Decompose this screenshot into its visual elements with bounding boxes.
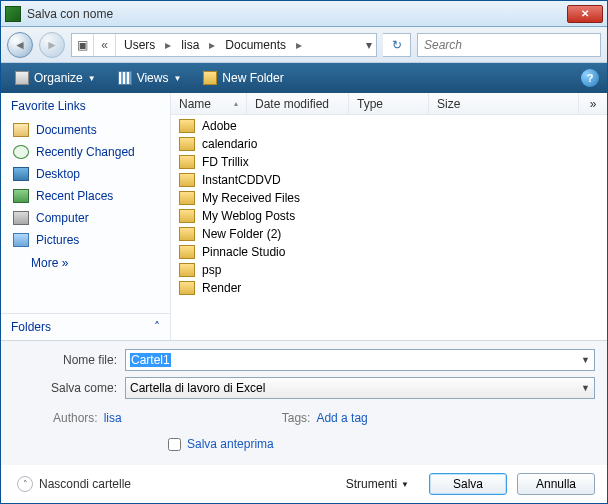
sidebar-more[interactable]: More » <box>1 251 170 275</box>
search-input[interactable] <box>417 33 601 57</box>
folder-icon <box>179 137 195 151</box>
bottom-panel: Nome file: Cartel1 ▼ Salva come: Cartell… <box>1 340 607 465</box>
excel-icon <box>5 6 21 22</box>
col-size[interactable]: Size <box>429 93 579 114</box>
save-button[interactable]: Salva <box>429 473 507 495</box>
folder-icon <box>179 155 195 169</box>
desktop-icon <box>13 167 29 181</box>
folder-name: Pinnacle Studio <box>202 245 285 259</box>
folder-name: psp <box>202 263 221 277</box>
sidebar-item-pictures[interactable]: Pictures <box>7 229 164 251</box>
breadcrumb[interactable]: ▣ « Users ▸ lisa ▸ Documents ▸ ▾ <box>71 33 377 57</box>
close-button[interactable]: ✕ <box>567 5 603 23</box>
views-button[interactable]: Views ▼ <box>112 69 188 87</box>
sidebar-item-computer[interactable]: Computer <box>7 207 164 229</box>
folder-name: New Folder (2) <box>202 227 281 241</box>
sidebar-item-documents[interactable]: Documents <box>7 119 164 141</box>
savetype-value: Cartella di lavoro di Excel <box>130 381 265 395</box>
folder-row[interactable]: Render <box>171 279 607 297</box>
thumbnail-checkbox[interactable] <box>168 438 181 451</box>
clock-icon <box>13 145 29 159</box>
folder-icon <box>179 263 195 277</box>
folder-row[interactable]: InstantCDDVD <box>171 171 607 189</box>
folder-row[interactable]: New Folder (2) <box>171 225 607 243</box>
tags-label: Tags: <box>282 411 311 425</box>
folder-row[interactable]: psp <box>171 261 607 279</box>
help-button[interactable]: ? <box>581 69 599 87</box>
tools-label: Strumenti <box>346 477 397 491</box>
col-overflow[interactable]: » <box>579 93 607 114</box>
chevron-down-icon[interactable]: ▾ <box>366 38 372 52</box>
window-title: Salva con nome <box>27 7 567 21</box>
chevron-up-icon: ˄ <box>154 320 160 334</box>
chevron-right-icon: ▸ <box>163 38 173 52</box>
folder-row[interactable]: Pinnacle Studio <box>171 243 607 261</box>
navigation-bar: ◄ ► ▣ « Users ▸ lisa ▸ Documents ▸ ▾ ↻ <box>1 27 607 63</box>
authors-value[interactable]: lisa <box>104 411 122 425</box>
footer: ˄ Nascondi cartelle Strumenti ▼ Salva An… <box>1 465 607 503</box>
sidebar-item-desktop[interactable]: Desktop <box>7 163 164 185</box>
titlebar: Salva con nome ✕ <box>1 1 607 27</box>
hide-folders-button[interactable]: ˄ Nascondi cartelle <box>17 476 131 492</box>
folder-icon <box>179 191 195 205</box>
sidebar-item-recent-places[interactable]: Recent Places <box>7 185 164 207</box>
breadcrumb-overflow[interactable]: « <box>94 34 116 56</box>
sidebar-item-recently-changed[interactable]: Recently Changed <box>7 141 164 163</box>
breadcrumb-seg-1[interactable]: lisa <box>173 34 207 56</box>
col-type[interactable]: Type <box>349 93 429 114</box>
savetype-label: Salva come: <box>13 381 125 395</box>
organize-button[interactable]: Organize ▼ <box>9 69 102 87</box>
sidebar-item-label: Pictures <box>36 233 79 247</box>
sidebar-folders-toggle[interactable]: Folders ˄ <box>1 313 170 340</box>
filename-label: Nome file: <box>13 353 125 367</box>
savetype-dropdown[interactable]: Cartella di lavoro di Excel ▼ <box>125 377 595 399</box>
breadcrumb-seg-0[interactable]: Users <box>116 34 163 56</box>
organize-icon <box>15 71 29 85</box>
organize-label: Organize <box>34 71 83 85</box>
folder-name: InstantCDDVD <box>202 173 281 187</box>
new-folder-label: New Folder <box>222 71 283 85</box>
folder-icon <box>179 173 195 187</box>
sidebar-header: Favorite Links <box>1 93 170 119</box>
chevron-down-icon: ▼ <box>401 480 409 489</box>
tags-value[interactable]: Add a tag <box>316 411 367 425</box>
folder-icon <box>179 227 195 241</box>
filename-input[interactable]: Cartel1 ▼ <box>125 349 595 371</box>
sidebar-item-label: Documents <box>36 123 97 137</box>
refresh-button[interactable]: ↻ <box>383 33 411 57</box>
col-date[interactable]: Date modified <box>247 93 349 114</box>
folder-name: Adobe <box>202 119 237 133</box>
sidebar-item-label: Recent Places <box>36 189 113 203</box>
chevron-down-icon: ▼ <box>581 383 590 393</box>
chevron-down-icon[interactable]: ▼ <box>581 355 590 365</box>
file-pane: Name ▴ Date modified Type Size » Adobeca… <box>171 93 607 340</box>
new-folder-button[interactable]: New Folder <box>197 69 289 87</box>
chevron-down-icon: ▼ <box>173 74 181 83</box>
folder-row[interactable]: My Weblog Posts <box>171 207 607 225</box>
chevron-up-icon: ˄ <box>17 476 33 492</box>
folder-row[interactable]: My Received Files <box>171 189 607 207</box>
tools-dropdown[interactable]: Strumenti ▼ <box>346 477 419 491</box>
column-headers: Name ▴ Date modified Type Size » <box>171 93 607 115</box>
folder-icon <box>179 119 195 133</box>
folder-name: My Weblog Posts <box>202 209 295 223</box>
folder-name: calendario <box>202 137 257 151</box>
folder-icon <box>13 123 29 137</box>
main-area: Favorite Links DocumentsRecently Changed… <box>1 93 607 340</box>
toolbar: Organize ▼ Views ▼ New Folder ? <box>1 63 607 93</box>
sidebar-item-label: Desktop <box>36 167 80 181</box>
computer-icon <box>13 211 29 225</box>
folder-row[interactable]: Adobe <box>171 117 607 135</box>
col-name[interactable]: Name ▴ <box>171 93 247 114</box>
forward-button[interactable]: ► <box>39 32 65 58</box>
chevron-down-icon: ▼ <box>88 74 96 83</box>
pictures-icon <box>13 233 29 247</box>
back-button[interactable]: ◄ <box>7 32 33 58</box>
recent-icon <box>13 189 29 203</box>
folder-row[interactable]: FD Trillix <box>171 153 607 171</box>
folder-row[interactable]: calendario <box>171 135 607 153</box>
breadcrumb-seg-2[interactable]: Documents <box>217 34 294 56</box>
views-icon <box>118 71 132 85</box>
cancel-button[interactable]: Annulla <box>517 473 595 495</box>
file-list[interactable]: AdobecalendarioFD TrillixInstantCDDVDMy … <box>171 115 607 340</box>
